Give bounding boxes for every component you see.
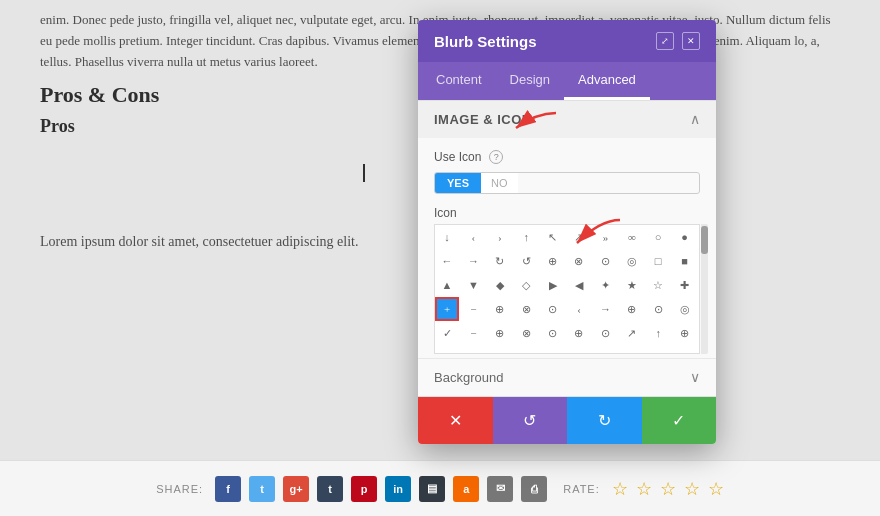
icon-cell[interactable]: ◆ [488, 273, 512, 297]
icon-cell[interactable]: − [673, 345, 697, 354]
use-icon-toggle[interactable]: YES NO [434, 172, 700, 194]
bottom-bar: SHARE: f t g+ t p in ▤ a ✉ ⎙ RATE: ☆ ☆ ☆… [0, 460, 880, 516]
email-share-icon[interactable]: ✉ [487, 476, 513, 502]
icon-cell[interactable]: → [593, 297, 617, 321]
background-label: Background [434, 370, 503, 385]
icon-cell[interactable]: → [461, 249, 485, 273]
icon-cell[interactable]: ⊕ [673, 321, 697, 345]
star-4[interactable]: ☆ [684, 478, 700, 500]
icon-cell[interactable]: ✦ [593, 273, 617, 297]
icon-cell[interactable]: ✚ [673, 273, 697, 297]
icon-cell[interactable]: ○ [646, 225, 670, 249]
icon-cell[interactable]: ‹ [567, 297, 591, 321]
icon-cell[interactable]: ⊕ [541, 249, 565, 273]
icon-cell[interactable]: ◎ [541, 345, 565, 354]
icon-cell[interactable]: ☆ [646, 273, 670, 297]
twitter-share-icon[interactable]: t [249, 476, 275, 502]
icon-cell[interactable]: ⊙ [593, 321, 617, 345]
icon-cell[interactable]: ⊕ [567, 321, 591, 345]
icon-cell[interactable]: ■ [673, 249, 697, 273]
star-3[interactable]: ☆ [660, 478, 676, 500]
scrollbar-track [701, 224, 708, 354]
tab-design[interactable]: Design [496, 62, 564, 100]
print-share-icon[interactable]: ⎙ [521, 476, 547, 502]
icon-cell[interactable]: ○ [567, 345, 591, 354]
tab-content[interactable]: Content [422, 62, 496, 100]
icon-cell[interactable]: − [461, 297, 485, 321]
icon-cell[interactable]: ⊙ [646, 297, 670, 321]
buffer-share-icon[interactable]: ▤ [419, 476, 445, 502]
modal-footer: ✕ ↺ ↻ ✓ [418, 396, 716, 444]
modal-tabs: Content Design Advanced [418, 62, 716, 100]
icon-cell[interactable]: − [461, 321, 485, 345]
modal-resize-icon[interactable]: ⤢ [656, 32, 674, 50]
icon-cell[interactable]: ▶ [541, 273, 565, 297]
icon-cell[interactable]: □ [646, 249, 670, 273]
icon-cell[interactable]: ⊕ [488, 321, 512, 345]
icon-cell[interactable]: › [488, 225, 512, 249]
icon-cell[interactable]: ↓ [435, 225, 459, 249]
icon-cell[interactable]: ✓ [435, 321, 459, 345]
icon-cell[interactable]: ‹ [461, 225, 485, 249]
icon-cell[interactable]: ↑ [646, 321, 670, 345]
icon-cell[interactable]: ↗ [620, 321, 644, 345]
icon-cell[interactable]: ⊕ [620, 297, 644, 321]
icon-cell[interactable]: ↺ [514, 249, 538, 273]
use-icon-label: Use Icon [434, 150, 481, 164]
toggle-area: YES NO [418, 172, 716, 202]
icon-cell[interactable]: ↖ [541, 225, 565, 249]
section-collapse-icon[interactable]: ∧ [690, 111, 700, 128]
undo-button[interactable]: ↺ [493, 397, 568, 444]
icon-cell[interactable]: ⊕ [488, 345, 512, 354]
toggle-yes-option[interactable]: YES [435, 173, 481, 193]
background-expand-icon[interactable]: ∨ [690, 369, 700, 386]
image-icon-section-header[interactable]: Image & Icon ∧ [418, 100, 716, 138]
icon-cell[interactable]: ● [673, 225, 697, 249]
icon-cell[interactable]: ⊕ [488, 297, 512, 321]
tumblr-share-icon[interactable]: t [317, 476, 343, 502]
icon-cell[interactable]: ⊗ [514, 345, 538, 354]
redo-button[interactable]: ↻ [567, 397, 642, 444]
icon-cell[interactable]: ⎙ [461, 345, 485, 354]
tab-advanced[interactable]: Advanced [564, 62, 650, 100]
icon-cell[interactable]: ⊙ [541, 321, 565, 345]
modal-close-icon[interactable]: ✕ [682, 32, 700, 50]
icon-cell[interactable]: ⊗ [514, 321, 538, 345]
icon-cell[interactable]: ■ [620, 345, 644, 354]
icon-cell[interactable]: ◀ [567, 273, 591, 297]
rate-label: RATE: [563, 483, 600, 495]
icon-cell[interactable]: + [435, 297, 459, 321]
background-section[interactable]: Background ∨ [418, 358, 716, 396]
icon-cell[interactable]: ↻ [488, 249, 512, 273]
toggle-no-option[interactable]: NO [481, 173, 518, 193]
red-arrow-toggle [506, 108, 561, 142]
star-5[interactable]: ☆ [708, 478, 724, 500]
linkedin-share-icon[interactable]: in [385, 476, 411, 502]
help-icon[interactable]: ? [489, 150, 503, 164]
icon-cell[interactable]: ★ [620, 273, 644, 297]
icon-cell[interactable]: ▲ [435, 273, 459, 297]
amazon-share-icon[interactable]: a [453, 476, 479, 502]
icon-cell[interactable]: ◇ [514, 273, 538, 297]
confirm-button[interactable]: ✓ [642, 397, 717, 444]
icon-cell[interactable]: ← [435, 249, 459, 273]
use-icon-row: Use Icon ? [418, 138, 716, 170]
icon-cell[interactable]: ⊙ [541, 297, 565, 321]
icon-cell[interactable]: ↑ [514, 225, 538, 249]
star-1[interactable]: ☆ [612, 478, 628, 500]
icon-cell[interactable]: ⊗ [514, 297, 538, 321]
icon-cell[interactable]: ▼ [461, 273, 485, 297]
icon-cell[interactable]: ▲ [646, 345, 670, 354]
icon-cell[interactable]: ◎ [673, 297, 697, 321]
scrollbar-thumb [701, 226, 708, 254]
modal-header-icons: ⤢ ✕ [656, 32, 700, 50]
share-label: SHARE: [156, 483, 203, 495]
pinterest-share-icon[interactable]: p [351, 476, 377, 502]
star-2[interactable]: ☆ [636, 478, 652, 500]
icon-cell[interactable]: ✉ [435, 345, 459, 354]
facebook-share-icon[interactable]: f [215, 476, 241, 502]
cancel-button[interactable]: ✕ [418, 397, 493, 444]
icon-cell[interactable]: ● [593, 345, 617, 354]
googleplus-share-icon[interactable]: g+ [283, 476, 309, 502]
red-arrow-icon [565, 215, 625, 255]
